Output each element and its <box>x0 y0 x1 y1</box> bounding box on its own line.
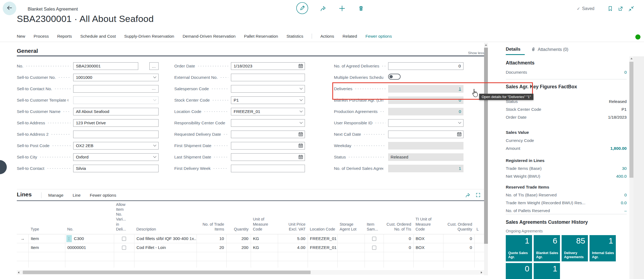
bookmark-button[interactable] <box>607 5 613 13</box>
amount-link[interactable]: 1,800.00 <box>610 146 627 151</box>
menu-demand-driven-reservation[interactable]: Demand-Driven Reservation <box>183 34 236 39</box>
multiple-deliveries-schedule-toggle[interactable] <box>388 74 401 80</box>
next-call-date-field[interactable] <box>388 131 463 138</box>
sell-to-customer-name-field[interactable]: All About Seafood <box>73 108 159 115</box>
calendar-icon[interactable] <box>298 143 303 149</box>
col-unit-price-excl-vat[interactable]: Unit Price Excl. VAT <box>278 201 308 234</box>
tab-details[interactable]: Details <box>506 47 520 52</box>
stock-center-code-field[interactable]: P1 <box>231 96 305 104</box>
col-quantity[interactable]: Quantity <box>226 201 251 234</box>
edit-button[interactable] <box>296 2 308 15</box>
col-allow-item-no-variance[interactable]: Allow Item No. Vari... in Deli... <box>114 201 134 234</box>
share-icon[interactable] <box>465 192 471 199</box>
menu-pallet-reservation[interactable]: Pallet Reservation <box>244 34 278 39</box>
col-location-code[interactable]: Location Code <box>308 201 337 234</box>
tile-quote-sales-agr[interactable]: 1Quote Sales Agr. <box>506 235 532 261</box>
floating-edge-button[interactable] <box>0 160 7 174</box>
first-shipment-date-field[interactable] <box>231 142 305 150</box>
sell-to-contact-field[interactable]: Silvia <box>73 165 159 172</box>
sell-to-address-field[interactable]: 123 Privet Drive <box>73 119 159 127</box>
blanket-purchase-agr-linked-field[interactable]: 0 <box>388 96 463 104</box>
horizontal-scrollbar-thumb[interactable] <box>23 271 311 274</box>
col-type[interactable]: Type <box>28 201 65 234</box>
table-row-empty[interactable] <box>17 261 484 268</box>
col-cust-ordered-quantity[interactable]: Cust. Ordered Quantity <box>443 201 474 234</box>
table-row[interactable]: Item 00000001 Cod Fillet - Loin 20 200 K… <box>17 243 484 252</box>
lines-fewer-options[interactable]: Fewer options <box>90 193 116 198</box>
col-l-clipped[interactable]: L <box>474 201 484 234</box>
lines-menu-manage[interactable]: Manage <box>48 193 63 198</box>
fewer-options-link[interactable]: Fewer options <box>365 34 392 39</box>
expand-icon[interactable] <box>475 192 481 199</box>
table-row-empty[interactable] <box>17 252 484 261</box>
no-field[interactable]: SBA2300001… <box>73 62 159 70</box>
location-code-field[interactable]: FREEZER_01 <box>231 108 305 115</box>
col-item-sample[interactable]: Item Sam... <box>365 201 384 234</box>
lines-menu-line[interactable]: Line <box>73 193 80 198</box>
external-document-no-field[interactable] <box>231 74 305 81</box>
sell-to-address-2-field[interactable] <box>73 131 159 138</box>
tile-row2-2[interactable]: 1 <box>534 263 560 279</box>
menu-new[interactable]: New <box>17 34 25 39</box>
col-description[interactable]: Description <box>134 201 197 234</box>
delete-button[interactable] <box>358 5 365 13</box>
minimize-button[interactable] <box>628 5 635 13</box>
calendar-icon[interactable] <box>298 155 303 160</box>
user-responsible-id-field[interactable] <box>388 119 463 127</box>
col-unit-of-measure-code[interactable]: Unit of Measure Code <box>251 201 278 234</box>
checkbox[interactable] <box>372 246 376 250</box>
menu-related[interactable]: Related <box>343 34 357 39</box>
checkbox[interactable] <box>122 246 126 250</box>
calendar-icon[interactable] <box>298 64 303 69</box>
last-shipment-date-field[interactable] <box>231 153 305 161</box>
tile-row2-1[interactable]: 0 <box>506 263 532 279</box>
production-agreements-field[interactable]: 0 <box>388 108 463 115</box>
menu-supply-driven-reservation[interactable]: Supply-Driven Reservation <box>124 34 174 39</box>
salesperson-code-field[interactable] <box>231 85 305 93</box>
requested-delivery-date-field[interactable] <box>231 131 305 138</box>
tile-internal-sales-agr[interactable]: 1Internal Sales Agr. <box>590 235 616 261</box>
deliveries-field[interactable]: 1 <box>388 85 463 93</box>
tile-delivery-agreements[interactable]: 85Delivery Agreements <box>562 235 588 261</box>
responsibility-center-code-field[interactable] <box>231 119 305 127</box>
vertical-scrollbar-thumb[interactable] <box>484 48 488 244</box>
menu-schedule-and-cost[interactable]: Schedule and Cost <box>80 34 116 39</box>
calendar-icon[interactable] <box>457 132 462 138</box>
lookup-ellipsis[interactable]: … <box>152 86 156 90</box>
assist-edit-button[interactable]: … <box>149 62 159 70</box>
order-date-field[interactable]: 1/18/2023 <box>231 62 305 70</box>
calendar-icon[interactable] <box>298 132 303 138</box>
sell-to-contact-no-field[interactable]: … <box>73 85 159 93</box>
first-delivery-week-field[interactable] <box>231 165 305 172</box>
documents-count-link[interactable]: 0 <box>624 70 627 75</box>
table-row[interactable]: → Item ⋮C300 Cod fillets sl/bl IQF 300-4… <box>17 234 484 243</box>
sell-to-customer-template-field[interactable] <box>73 96 159 104</box>
tab-attachments[interactable]: Attachments (0) <box>531 47 568 53</box>
checkbox[interactable] <box>372 237 376 241</box>
show-less-link[interactable]: Show less <box>445 51 484 55</box>
scroll-up-arrow[interactable] <box>485 44 487 46</box>
sell-to-post-code-field[interactable]: OX2 2EB <box>73 142 159 150</box>
deliveries-drilldown-link[interactable]: 1 <box>459 86 461 91</box>
sell-to-city-field[interactable]: Oxford <box>73 153 159 161</box>
no-of-derived-sales-agreements-field[interactable]: 1 <box>388 165 463 172</box>
menu-process[interactable]: Process <box>34 34 49 39</box>
scroll-right-arrow[interactable] <box>481 271 482 274</box>
menu-reports[interactable]: Reports <box>57 34 72 39</box>
panel-scrollbar-thumb[interactable] <box>629 62 633 178</box>
open-in-window-button[interactable] <box>617 5 624 13</box>
tile-blanket-sales-agr[interactable]: 6Blanket Sales Agr. <box>534 235 560 261</box>
sell-to-customer-no-field[interactable]: 1001000 <box>73 74 159 81</box>
scroll-left-arrow[interactable] <box>18 271 19 274</box>
no-of-agreed-deliveries-field[interactable]: 0 <box>388 62 463 70</box>
new-button[interactable] <box>338 5 346 13</box>
menu-statistics[interactable]: Statistics <box>286 34 303 39</box>
menu-actions[interactable]: Actions <box>320 34 334 39</box>
col-cust-ordered-no-of-tis[interactable]: Cust. Ordered No. of TIs <box>384 201 413 234</box>
back-button[interactable] <box>3 2 16 15</box>
col-storage-agent-lot[interactable]: Storage Agent Lot <box>337 201 365 234</box>
checkbox[interactable] <box>122 237 126 241</box>
panel-scroll-up-arrow[interactable] <box>630 58 633 59</box>
row-menu-icon[interactable]: ⋮ <box>66 235 72 242</box>
info-icon[interactable] <box>635 34 640 40</box>
